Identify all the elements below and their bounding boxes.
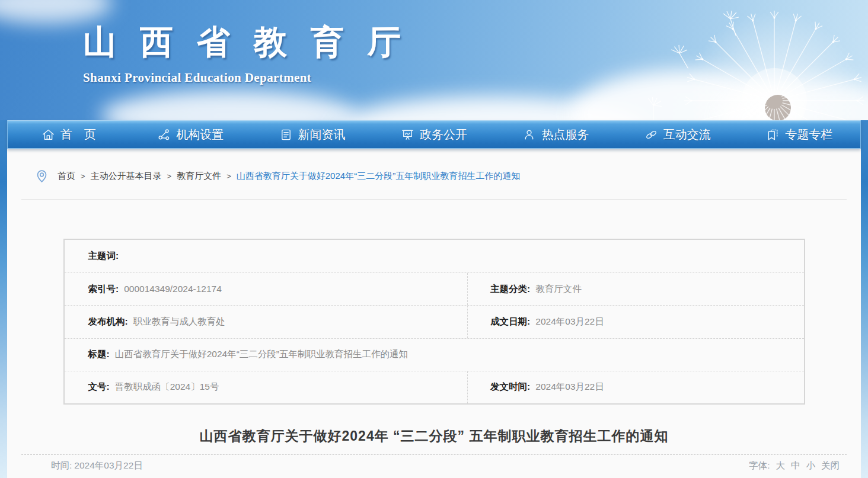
nav-item-gov-open[interactable]: 政务公开 (373, 121, 494, 148)
time-label: 时间: (51, 460, 72, 470)
interaction-icon (644, 128, 658, 142)
breadcrumb-item-home[interactable]: 首页 (58, 171, 75, 182)
nav-item-org[interactable]: 机构设置 (129, 121, 251, 148)
nav-item-news[interactable]: 新闻资讯 (251, 121, 373, 148)
article-meta-bar: 时间:2024年03月22日 字体: 大 中 小 关闭 (21, 454, 847, 478)
page: 山 西 省 教 育 厅 Shanxi Provincial Education … (0, 0, 868, 478)
field-value-publish-time: 2024年03月22日 (535, 381, 604, 393)
breadcrumb: 首页 > 主动公开基本目录 > 教育厅文件 > 山西省教育厅关于做好2024年“… (7, 149, 861, 184)
gov-open-icon (401, 128, 414, 142)
font-size-large-button[interactable]: 大 (776, 460, 786, 472)
font-size-medium-button[interactable]: 中 (791, 460, 800, 472)
org-icon (157, 128, 171, 142)
dandelion-image (637, 0, 868, 120)
field-value-index-number: 000014349/2024-12174 (124, 284, 222, 294)
nav-item-label: 首 页 (60, 127, 96, 143)
main-nav: 首 页 机构设置 新闻资讯 政务公开 热点服务 (7, 120, 861, 149)
table-row: 主题词: (65, 240, 804, 272)
nav-item-label: 政务公开 (420, 127, 467, 143)
close-button[interactable]: 关闭 (821, 460, 840, 472)
field-label-document-number: 文号: (88, 381, 110, 393)
breadcrumb-separator: > (226, 172, 231, 181)
breadcrumb-item-documents[interactable]: 教育厅文件 (177, 171, 221, 182)
font-size-small-button[interactable]: 小 (806, 460, 816, 472)
field-value-subject-category: 教育厅文件 (535, 283, 582, 296)
field-label-subject-words: 主题词: (88, 250, 119, 262)
table-row: 文号: 晋教职成函〔2024〕15号 发文时间: 2024年03月22日 (65, 371, 804, 403)
nav-item-home[interactable]: 首 页 (8, 121, 129, 148)
nav-item-topics[interactable]: 专题专栏 (739, 121, 860, 148)
news-icon (279, 128, 293, 142)
nav-item-interaction[interactable]: 互动交流 (617, 121, 738, 148)
site-title-chinese: 山 西 省 教 育 厅 (83, 20, 409, 65)
font-size-controls: 字体: 大 中 小 关闭 (749, 460, 847, 472)
field-label-issuing-agency: 发布机构: (88, 316, 128, 328)
field-label-index-number: 索引号: (88, 283, 119, 296)
nav-item-hot-service[interactable]: 热点服务 (495, 121, 617, 148)
site-logo: 山 西 省 教 育 厅 Shanxi Provincial Education … (83, 20, 409, 85)
field-label-written-date: 成文日期: (490, 316, 530, 328)
cloud-decoration (101, 90, 356, 120)
document-info-table: 主题词: 索引号: 000014349/2024-12174 主题分类: 教育厅… (63, 239, 805, 405)
breadcrumb-current-page: 山西省教育厅关于做好2024年“三二分段”五年制职业教育招生工作的通知 (237, 171, 520, 182)
field-value-document-number: 晋教职成函〔2024〕15号 (115, 381, 219, 393)
table-row: 标题: 山西省教育厅关于做好2024年“三二分段”五年制职业教育招生工作的通知 (65, 338, 804, 371)
site-title-english: Shanxi Provincial Education Department (83, 70, 409, 85)
nav-item-label: 机构设置 (176, 127, 224, 143)
topics-icon (766, 128, 780, 142)
article-title: 山西省教育厅关于做好2024年 “三二分段” 五年制职业教育招生工作的通知 (25, 427, 843, 445)
font-label: 字体: (749, 460, 770, 472)
article-time: 时间:2024年03月22日 (21, 460, 145, 472)
time-value: 2024年03月22日 (74, 460, 142, 470)
nav-item-label: 热点服务 (541, 127, 589, 143)
field-value-written-date: 2024年03月22日 (535, 316, 604, 328)
location-pin-icon (34, 169, 49, 184)
breadcrumb-separator: > (81, 172, 85, 181)
field-label-publish-time: 发文时间: (490, 381, 530, 393)
breadcrumb-item-catalog[interactable]: 主动公开基本目录 (91, 171, 162, 182)
nav-item-label: 互动交流 (663, 127, 711, 143)
field-label-title: 标题: (88, 348, 110, 361)
table-row: 索引号: 000014349/2024-12174 主题分类: 教育厅文件 (65, 272, 804, 305)
nav-item-label: 专题专栏 (785, 127, 832, 143)
home-icon (42, 128, 55, 142)
field-label-subject-category: 主题分类: (490, 283, 530, 296)
divider (21, 199, 847, 200)
table-row: 发布机构: 职业教育与成人教育处 成文日期: 2024年03月22日 (65, 305, 804, 338)
site-banner: 山 西 省 教 育 厅 Shanxi Provincial Education … (0, 0, 868, 120)
field-value-issuing-agency: 职业教育与成人教育处 (133, 316, 225, 328)
breadcrumb-separator: > (167, 172, 172, 181)
content-area: 首页 > 主动公开基本目录 > 教育厅文件 > 山西省教育厅关于做好2024年“… (7, 149, 861, 478)
hot-service-icon (522, 128, 536, 142)
field-value-title: 山西省教育厅关于做好2024年“三二分段”五年制职业教育招生工作的通知 (115, 348, 408, 361)
nav-item-label: 新闻资讯 (298, 127, 346, 143)
